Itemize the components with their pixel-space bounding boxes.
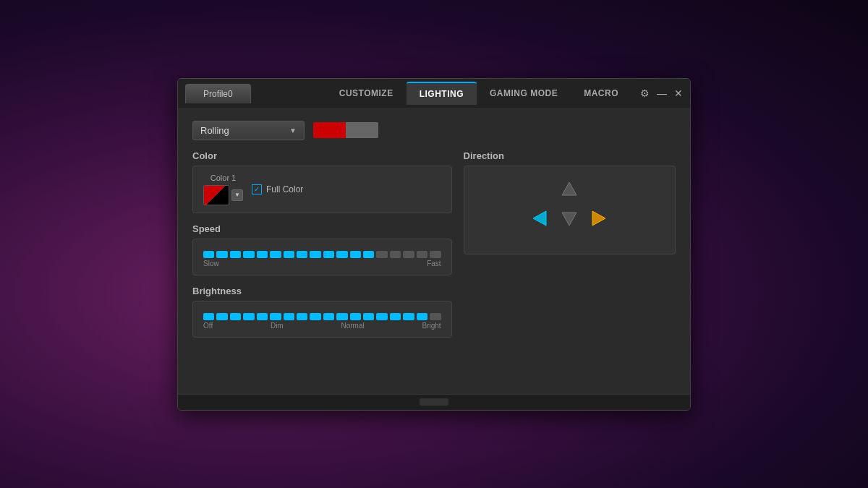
status-notch xyxy=(420,398,448,406)
close-icon[interactable]: ✕ xyxy=(674,87,683,99)
minimize-icon[interactable]: — xyxy=(657,87,667,99)
speed-seg-14 xyxy=(390,251,401,258)
speed-seg-11 xyxy=(350,251,361,258)
bright-seg-16 xyxy=(417,313,427,320)
effect-dropdown[interactable]: Rolling ▼ xyxy=(192,121,305,140)
speed-seg-0 xyxy=(203,251,214,258)
up-arrow-icon xyxy=(559,179,579,200)
color-swatch-row: Color 1 ▼ ✓ xyxy=(203,174,441,205)
speed-seg-9 xyxy=(323,251,334,258)
dropdown-arrow-icon: ▼ xyxy=(289,127,297,134)
speed-seg-10 xyxy=(336,251,347,258)
profile-name: Profile0 xyxy=(203,89,233,99)
tab-macro[interactable]: MACRO xyxy=(571,82,631,104)
speed-seg-13 xyxy=(376,251,387,258)
color-bar xyxy=(313,122,378,138)
bright-seg-12 xyxy=(363,313,374,320)
color-bar-red xyxy=(313,122,346,138)
brightness-normal-label: Normal xyxy=(341,322,364,330)
right-arrow-icon xyxy=(588,208,608,228)
two-col-layout: Color Color 1 ▼ xyxy=(192,150,676,385)
speed-seg-5 xyxy=(270,251,281,258)
bright-seg-13 xyxy=(376,313,387,320)
tab-lighting[interactable]: LIGHTING xyxy=(407,82,477,105)
color-section: Color Color 1 ▼ xyxy=(192,150,452,213)
dropdown-value: Rolling xyxy=(200,125,229,136)
speed-slow-label: Slow xyxy=(203,260,219,267)
bright-seg-8 xyxy=(310,313,320,320)
speed-seg-6 xyxy=(284,251,294,258)
dir-btn-left[interactable] xyxy=(527,205,553,231)
tab-gaming-mode[interactable]: GAMING MODE xyxy=(477,82,571,104)
speed-seg-1 xyxy=(216,251,227,258)
color-1-wrapper: Color 1 ▼ xyxy=(203,174,243,205)
bright-seg-3 xyxy=(243,313,254,320)
down-arrow-icon xyxy=(559,208,579,228)
svg-marker-3 xyxy=(592,211,605,226)
bright-seg-1 xyxy=(216,313,227,320)
direction-label: Direction xyxy=(464,150,676,161)
bright-seg-11 xyxy=(350,313,361,320)
right-column: Direction xyxy=(464,150,676,385)
swatch-dropdown[interactable]: ▼ xyxy=(231,189,243,201)
speed-section: Speed Slow Fast xyxy=(192,223,452,275)
speed-seg-12 xyxy=(363,251,374,258)
color-1-swatch[interactable] xyxy=(203,185,229,205)
bright-seg-6 xyxy=(284,313,294,320)
color-label: Color xyxy=(192,150,452,161)
settings-icon[interactable]: ⚙ xyxy=(640,87,650,99)
dir-btn-right[interactable] xyxy=(585,205,611,231)
speed-slider-labels: Slow Fast xyxy=(203,260,441,267)
direction-arrows xyxy=(475,174,665,231)
brightness-off-label: Off xyxy=(203,322,213,330)
bright-seg-14 xyxy=(390,313,401,320)
bright-seg-2 xyxy=(230,313,241,320)
profile-tab[interactable]: Profile0 xyxy=(185,84,251,103)
color-1-label: Color 1 xyxy=(210,174,236,182)
bright-seg-0 xyxy=(203,313,214,320)
brightness-dim-label: Dim xyxy=(271,322,284,330)
bright-seg-10 xyxy=(336,313,347,320)
color-panel: Color 1 ▼ ✓ xyxy=(192,166,452,213)
brightness-section: Brightness Off Dim Normal Bright xyxy=(192,286,452,338)
tab-customize[interactable]: CUSTOMIZE xyxy=(326,82,407,104)
brightness-label: Brightness xyxy=(192,286,452,296)
app-window: Profile0 CUSTOMIZE LIGHTING GAMING MODE … xyxy=(177,78,691,411)
direction-mid-row xyxy=(527,205,611,231)
full-color-checkbox[interactable]: ✓ Full Color xyxy=(252,184,303,194)
title-bar: Profile0 CUSTOMIZE LIGHTING GAMING MODE … xyxy=(178,79,690,109)
svg-marker-2 xyxy=(562,213,576,226)
content-area: Rolling ▼ Color Color 1 xyxy=(178,109,690,394)
speed-label: Speed xyxy=(192,223,452,234)
dir-btn-center xyxy=(556,205,582,231)
speed-seg-2 xyxy=(230,251,241,258)
speed-slider-track[interactable] xyxy=(203,251,441,258)
speed-seg-4 xyxy=(257,251,268,258)
left-column: Color Color 1 ▼ xyxy=(192,150,452,385)
brightness-panel: Off Dim Normal Bright xyxy=(192,301,452,338)
checkbox-check-icon: ✓ xyxy=(254,185,260,193)
svg-marker-1 xyxy=(533,211,546,226)
bright-seg-4 xyxy=(257,313,268,320)
direction-section-wrapper: Direction xyxy=(464,150,676,239)
dir-btn-up[interactable] xyxy=(556,176,582,202)
color-bar-gray xyxy=(346,122,378,138)
brightness-slider-track[interactable] xyxy=(203,313,441,320)
checkbox[interactable]: ✓ xyxy=(252,184,262,194)
bright-seg-9 xyxy=(323,313,334,320)
speed-seg-7 xyxy=(297,251,307,258)
left-arrow-icon xyxy=(530,208,550,228)
speed-seg-16 xyxy=(417,251,427,258)
bright-seg-15 xyxy=(403,313,414,320)
speed-fast-label: Fast xyxy=(427,260,441,267)
bright-seg-17 xyxy=(430,313,441,320)
status-bar xyxy=(178,394,690,410)
speed-seg-8 xyxy=(310,251,320,258)
bright-seg-7 xyxy=(297,313,307,320)
speed-seg-3 xyxy=(243,251,254,258)
direction-up-row xyxy=(527,176,611,202)
top-row: Rolling ▼ xyxy=(192,118,676,140)
speed-seg-17 xyxy=(430,251,441,258)
title-bar-controls: ⚙ — ✕ xyxy=(640,87,683,99)
svg-marker-0 xyxy=(562,182,576,195)
